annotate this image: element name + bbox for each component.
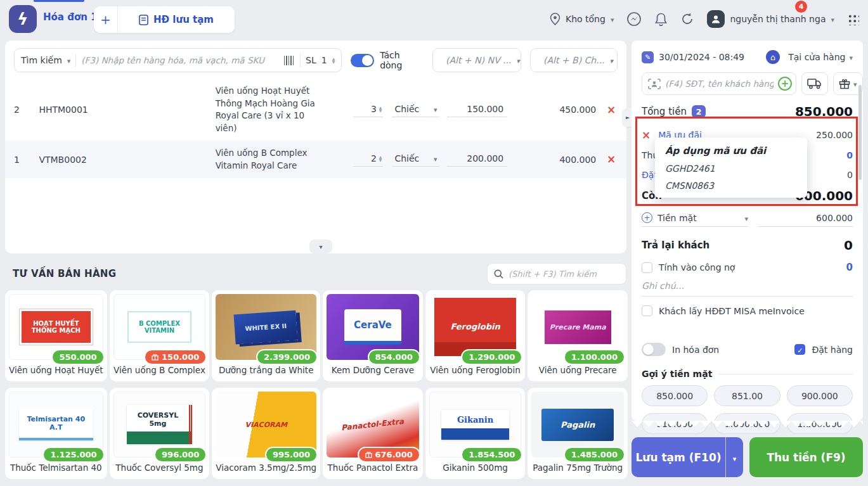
channel-label: Tại cửa hàng: [788, 52, 845, 62]
collect-payment-label: Thu tiền (F9): [767, 451, 845, 464]
einvoice-label: Khách lấy HĐĐT MISA meInvoice: [659, 306, 805, 316]
quantity-stepper[interactable]: SL 1: [306, 55, 335, 65]
notification-bell-icon[interactable]: [654, 12, 668, 27]
collapse-table-button[interactable]: [309, 240, 332, 253]
promo-code-option[interactable]: GGHD2461: [665, 163, 797, 174]
panel-scrollbar[interactable]: [858, 85, 862, 180]
split-line-label: Tách dòng: [380, 50, 424, 70]
sales-channel-selector[interactable]: Tại cửa hàng: [766, 50, 853, 64]
product-card[interactable]: VIACORAM 995.000 Viacoram 3.5mg/2.5mg: [212, 388, 320, 479]
product-card[interactable]: B COMPLEX VITAMIN 150.000 Viên uống B Co…: [110, 290, 210, 381]
promo-code-option[interactable]: CMSN0863: [665, 181, 797, 191]
unit-select[interactable]: Chiếc: [392, 103, 439, 117]
add-customer-icon[interactable]: [778, 77, 792, 91]
chevron-down-icon: [611, 14, 614, 24]
stepper-arrows-icon[interactable]: [332, 57, 335, 63]
consult-search-input[interactable]: [508, 269, 619, 279]
product-card[interactable]: CeraVe 854.000 Kem Dưỡng Cerave: [323, 290, 423, 381]
cash-suggestion-button[interactable]: 851.00: [714, 385, 780, 406]
apps-grid-icon[interactable]: [847, 13, 859, 25]
product-art-label: CeraVe: [344, 309, 401, 345]
cart-row[interactable]: 2 HHTM0001 Viên uống Hoạt Huyết Thông Mạ…: [5, 79, 626, 141]
barcode-icon[interactable]: [284, 56, 295, 65]
price-badge: 1.854.500: [461, 447, 522, 463]
product-card[interactable]: Pagalin 1.485.000 Pagalin 75mg Trường: [528, 388, 628, 479]
payment-method-select[interactable]: Tiền mặt: [642, 212, 748, 227]
sync-icon[interactable]: [680, 12, 694, 26]
stepper-arrows-icon[interactable]: [379, 155, 382, 162]
customer-search-field: [642, 72, 796, 95]
product-card[interactable]: Telmisartan 40 A.T 1.125.000 Thuốc Telmi…: [5, 388, 107, 479]
add-payment-icon[interactable]: [642, 212, 652, 223]
cash-suggestion-button[interactable]: 850.000: [642, 385, 708, 406]
action-buttons: Lưu tạm (F10) Thu tiền (F9): [632, 437, 863, 477]
product-card[interactable]: Feroglobin 1.290.000 Viên uống Feroglobi…: [425, 290, 526, 381]
toggle-knob: [362, 55, 373, 66]
price-badge: 854.000: [368, 349, 420, 365]
promo-select-button[interactable]: (Alt + B) Ch...: [530, 48, 618, 72]
location-pin-icon: [550, 13, 560, 25]
qty-field[interactable]: 2: [353, 152, 383, 167]
price-badge: 1.290.000: [461, 349, 522, 365]
tab-invoice-label: Hóa đơn 1: [43, 11, 98, 23]
staff-select-button[interactable]: (Alt + N) NV ...: [432, 48, 521, 72]
price-badge: 996.000: [154, 447, 207, 463]
collect-payment-button[interactable]: Thu tiền (F9): [749, 437, 863, 477]
messenger-icon[interactable]: [626, 11, 642, 27]
note-field: [642, 281, 853, 297]
order-checkbox[interactable]: [794, 344, 805, 355]
delete-row-icon[interactable]: [605, 105, 618, 115]
debt-checkbox[interactable]: [642, 262, 652, 273]
cart-table: 2 HHTM0001 Viên uống Hoạt Huyết Thông Mạ…: [5, 79, 626, 178]
delete-row-icon[interactable]: [605, 154, 618, 165]
product-art-label: Telmisartan 40 A.T: [19, 409, 93, 440]
new-invoice-button[interactable]: [94, 6, 118, 33]
popup-title: Áp dụng mã ưu đãi: [665, 145, 797, 157]
product-card[interactable]: COVERSYL 5mg 996.000 Thuốc Coversyl 5mg: [110, 388, 210, 479]
collected-value[interactable]: 0: [846, 150, 853, 160]
product-art-label: Gikanin: [441, 410, 508, 440]
product-art-label: Panactol-Extra: [337, 414, 409, 435]
chevron-down-icon[interactable]: [67, 55, 71, 65]
invoice-datetime[interactable]: 30/01/2024 - 08:49: [642, 51, 744, 63]
edit-icon[interactable]: [642, 51, 654, 63]
price-field[interactable]: 150.000: [447, 103, 507, 117]
product-card[interactable]: WHITE EX II 2.399.000 Dưỡng trắng da Whi…: [212, 290, 320, 381]
saved-orders-button[interactable]: HĐ lưu tạm: [118, 6, 235, 33]
product-card[interactable]: Panactol-Extra 676.000 Thuốc Panactol Ex…: [323, 388, 423, 479]
user-menu[interactable]: nguyễn thị thanh nga: [707, 10, 834, 28]
customer-search-input[interactable]: [665, 79, 774, 89]
product-card[interactable]: HOẠT HUYẾT THÔNG MẠCH 550.000 Viên uống …: [5, 290, 107, 381]
einvoice-checkbox[interactable]: [642, 305, 652, 316]
remove-promo-icon[interactable]: [642, 130, 651, 141]
unit-value: Chiếc: [394, 104, 419, 114]
warehouse-selector[interactable]: Kho tổng: [550, 13, 614, 25]
receipt-tear-edge: [632, 421, 863, 428]
cash-suggest-title: Gợi ý tiền mặt: [642, 369, 712, 379]
price-badge: 1.125.000: [42, 447, 104, 463]
print-invoice-toggle[interactable]: [642, 343, 666, 356]
split-line-toggle[interactable]: [351, 54, 374, 67]
unit-select[interactable]: Chiếc: [392, 152, 439, 167]
save-options-button[interactable]: [725, 437, 743, 477]
note-input[interactable]: [642, 281, 853, 291]
product-art-label: HOẠT HUYẾT THÔNG MẠCH: [20, 309, 92, 345]
product-card[interactable]: Precare Mama 1.100.000 Viên uống Precare: [528, 290, 628, 381]
product-card[interactable]: Gikanin 1.854.500 Gikanin 500mg: [425, 388, 526, 479]
delivery-button[interactable]: [801, 72, 828, 95]
app-logo-icon[interactable]: [9, 5, 37, 33]
search-mode-label[interactable]: Tìm kiếm: [21, 55, 62, 65]
stepper-arrows-icon[interactable]: [379, 106, 382, 112]
total-label: Tổng tiền: [642, 106, 687, 117]
qty-field[interactable]: 3: [353, 103, 383, 117]
total-value: 850.000: [795, 104, 853, 119]
payment-amount-field[interactable]: 600.000: [758, 213, 853, 227]
product-search-box: Tìm kiếm SL 1: [14, 48, 342, 72]
save-temp-button[interactable]: Lưu tạm (F10): [632, 437, 743, 477]
cash-suggestion-button[interactable]: 900.000: [787, 385, 853, 406]
price-field[interactable]: 200.000: [447, 152, 507, 167]
store-icon: [766, 50, 780, 64]
cart-row[interactable]: 1 VTMB0002 Viên uống B Complex Vitamin R…: [5, 141, 626, 178]
divider: [75, 54, 76, 67]
product-search-input[interactable]: [81, 55, 279, 65]
